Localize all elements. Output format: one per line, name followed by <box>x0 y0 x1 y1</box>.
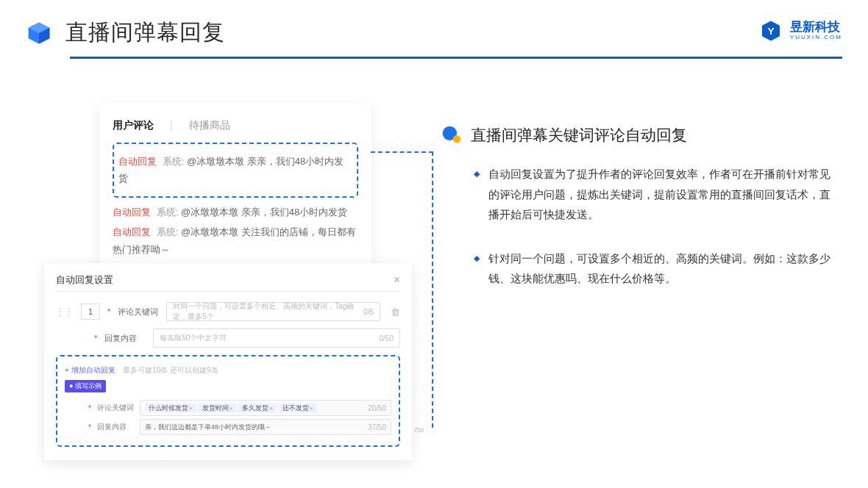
example-highlight-box: + 增加自动回复 最多可建10条 还可以创建9条 ● 填写示例 * 评论关键词 … <box>56 355 400 447</box>
tab-pending-goods[interactable]: 待播商品 <box>189 119 230 132</box>
close-icon[interactable]: × <box>394 273 400 287</box>
keyword-placeholder: 对同一个问题，可设置多个相近、高频的关键词，Tag确定，最多5个 <box>173 301 363 322</box>
side-counter: /50 <box>414 426 424 434</box>
drag-handle-icon[interactable]: ⋮⋮ <box>56 306 74 317</box>
bullet-1: 自动回复设置为了提升作者的评论回复效率，作者可在开播前针对常见的评论用户问题，提… <box>474 165 839 226</box>
example-content-label: 回复内容 <box>97 422 134 432</box>
auto-reply-tag: 自动回复 <box>118 156 157 167</box>
system-tag: 系统: <box>163 156 185 167</box>
tab-user-comments[interactable]: 用户评论 <box>113 119 154 132</box>
brand-url-text: YUUXIN.COM <box>790 35 842 41</box>
content-label: 回复内容 <box>104 333 146 344</box>
delete-icon[interactable]: 🗑 <box>391 306 400 317</box>
content-row: * 回复内容 每条限50个中文字符 0/50 <box>56 329 400 348</box>
auto-reply-tag: 自动回复 <box>113 226 151 237</box>
auto-reply-tag: 自动回复 <box>113 207 151 218</box>
example-kw-counter: 20/50 <box>368 404 386 412</box>
highlighted-comment: 自动回复 系统: @冰墩墩本墩 亲亲，我们48小时内发货 <box>113 143 358 198</box>
chat-bubble-icon <box>441 125 462 146</box>
keyword-row: ⋮⋮ 1 * 评论关键词 对同一个问题，可设置多个相近、高频的关键词，Tag确定… <box>56 302 400 321</box>
system-tag: 系统: <box>157 207 179 218</box>
keyword-input[interactable]: 对同一个问题，可设置多个相近、高频的关键词，Tag确定，最多5个 0/5 <box>166 302 380 321</box>
page-title: 直播间弹幕回复 <box>65 18 225 48</box>
cube-icon <box>26 20 52 46</box>
brand-logo: Y 昱新科技 YUUXIN.COM <box>759 19 842 43</box>
brand-name-text: 昱新科技 <box>790 21 842 35</box>
auto-reply-settings-card: 自动回复设置 × ⋮⋮ 1 * 评论关键词 对同一个问题，可设置多个相近、高频的… <box>44 263 412 460</box>
keyword-label: 评论关键词 <box>118 306 159 317</box>
tag-chip[interactable]: 还不发货× <box>279 403 317 412</box>
tag-chip[interactable]: 什么时候发货× <box>145 403 196 412</box>
required-star: * <box>88 404 91 412</box>
content-placeholder: 每条限50个中文字符 <box>160 333 227 343</box>
example-content-input[interactable]: 亲，我们这边都是下单48小时内发货的哦～ 37/50 <box>140 419 391 435</box>
keyword-counter: 0/5 <box>363 308 374 316</box>
row-number: 1 <box>81 304 100 320</box>
add-hint-text: 最多可建10条 还可以创建9条 <box>123 366 218 374</box>
example-tags: 什么时候发货×发货时间×多久发货×还不发货× <box>145 403 319 413</box>
example-keyword-label: 评论关键词 <box>97 403 134 413</box>
tag-chip[interactable]: 发货时间× <box>199 403 237 412</box>
comments-card: 用户评论 | 待播商品 自动回复 系统: @冰墩墩本墩 亲亲，我们48小时内发货… <box>99 103 371 274</box>
example-content-text: 亲，我们这边都是下单48小时内发货的哦～ <box>145 423 271 432</box>
content-input[interactable]: 每条限50个中文字符 0/50 <box>153 329 400 348</box>
add-auto-reply-link[interactable]: + 增加自动回复 <box>65 366 115 374</box>
example-keyword-input[interactable]: 什么时候发货×发货时间×多久发货×还不发货× 20/50 <box>140 400 391 416</box>
content-counter: 0/50 <box>380 334 394 342</box>
svg-text:Y: Y <box>767 26 774 37</box>
divider <box>56 291 400 292</box>
system-tag: 系统: <box>157 226 179 237</box>
comment-text-2: @冰墩墩本墩 亲亲，我们48小时内发货 <box>181 207 347 218</box>
required-star: * <box>94 334 97 342</box>
example-badge: ● 填写示例 <box>65 380 106 392</box>
tab-divider: | <box>170 119 173 132</box>
settings-title: 自动回复设置 <box>56 273 113 287</box>
required-star: * <box>107 307 110 316</box>
bullet-2: 针对同一个问题，可设置多个相近的、高频的关键词。例如：这款多少钱、这块能优惠吗、… <box>474 249 839 290</box>
tag-chip[interactable]: 多久发货× <box>238 403 277 412</box>
header-divider <box>70 57 842 59</box>
example-ct-counter: 37/50 <box>368 423 386 431</box>
svg-point-6 <box>453 135 461 143</box>
required-star: * <box>88 423 91 431</box>
section-title: 直播间弹幕关键词评论自动回复 <box>471 125 687 146</box>
